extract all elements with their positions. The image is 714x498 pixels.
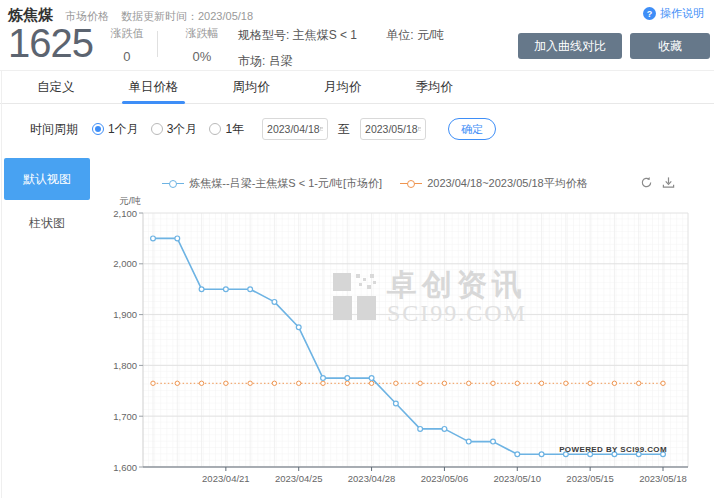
- spec-label: 规格型号: 主焦煤S < 1: [238, 28, 357, 42]
- tab-custom[interactable]: 自定义: [10, 71, 102, 103]
- svg-text:2023/04/25: 2023/04/25: [275, 473, 323, 484]
- current-price: 1625: [8, 22, 93, 64]
- tab-weekly-avg[interactable]: 周均价: [206, 71, 298, 103]
- svg-text:1,700: 1,700: [113, 411, 137, 422]
- header: 炼焦煤 市场价格 数据更新时间：2023/05/18 ? 操作说明 1625 涨…: [0, 0, 714, 68]
- radio-icon: [209, 123, 221, 135]
- sidebar-item-default-view[interactable]: 默认视图: [4, 158, 90, 200]
- period-1year-label: 1年: [225, 121, 244, 138]
- filter-row: 时间周期 1个月 3个月 1年 2023/04/18 至 2023/05/18 …: [0, 104, 714, 154]
- chart-toolbar: [640, 176, 675, 189]
- svg-text:2023/05/15: 2023/05/15: [566, 473, 614, 484]
- confirm-button[interactable]: 确定: [448, 118, 496, 140]
- tab-bar: 自定义 单日价格 周均价 月均价 季均价: [0, 70, 714, 104]
- change-pct-block: 涨跌幅 0%: [182, 26, 222, 64]
- svg-text:2023/05/10: 2023/05/10: [494, 473, 542, 484]
- period-option-3month[interactable]: 3个月: [151, 121, 198, 138]
- to-label: 至: [338, 121, 350, 138]
- radio-selected-icon: [92, 123, 104, 135]
- line-marker-icon: [162, 179, 184, 189]
- end-date-value: 2023/05/18: [365, 123, 418, 135]
- svg-text:2023/05/06: 2023/05/06: [421, 473, 469, 484]
- legend-label-price: 炼焦煤--吕梁-主焦煤S < 1-元/吨[市场价]: [189, 176, 382, 191]
- change-pct-label: 涨跌幅: [182, 26, 222, 41]
- svg-text:2,100: 2,100: [113, 208, 137, 219]
- change-value: 0: [107, 49, 147, 64]
- change-pct: 0%: [182, 49, 222, 64]
- favorite-button[interactable]: 收藏: [630, 33, 710, 59]
- svg-text:2023/04/28: 2023/04/28: [348, 473, 396, 484]
- start-date-value: 2023/04/18: [267, 123, 320, 135]
- change-value-block: 涨跌值 0: [107, 26, 147, 64]
- tab-quarterly-avg[interactable]: 季均价: [389, 71, 481, 103]
- powered-by-label: POWERED BY SCI99.COM: [559, 445, 667, 454]
- svg-text:2023/05/18: 2023/05/18: [639, 473, 687, 484]
- svg-text:1,600: 1,600: [113, 462, 137, 473]
- svg-text:1,900: 1,900: [113, 309, 137, 320]
- market-label: 市场: 吕梁: [238, 54, 293, 68]
- content-left-border: [1, 70, 2, 498]
- question-icon: ?: [643, 7, 656, 20]
- period-1month-label: 1个月: [108, 121, 139, 138]
- price-chart-panel: 炼焦煤--吕梁-主焦煤S < 1-元/吨[市场价] 2023/04/18~202…: [105, 172, 705, 498]
- svg-text:2,000: 2,000: [113, 258, 137, 269]
- svg-text:元/吨: 元/吨: [119, 195, 141, 206]
- legend-label-average: 2023/04/18~2023/05/18平均价格: [427, 176, 588, 191]
- change-value-label: 涨跌值: [107, 26, 147, 41]
- legend-item-average[interactable]: 2023/04/18~2023/05/18平均价格: [400, 176, 588, 191]
- period-label: 时间周期: [30, 121, 78, 138]
- tab-monthly-avg[interactable]: 月均价: [297, 71, 389, 103]
- end-date-input[interactable]: 2023/05/18: [360, 118, 426, 140]
- help-label: 操作说明: [660, 6, 704, 21]
- radio-icon: [151, 123, 163, 135]
- svg-text:1,800: 1,800: [113, 360, 137, 371]
- chart-legend: 炼焦煤--吕梁-主焦煤S < 1-元/吨[市场价] 2023/04/18~202…: [105, 176, 645, 191]
- refresh-icon[interactable]: [640, 176, 653, 189]
- svg-text:2023/04/21: 2023/04/21: [202, 473, 250, 484]
- sidebar-item-bar-chart[interactable]: 柱状图: [4, 212, 90, 234]
- calendar-icon: [320, 124, 323, 134]
- period-3month-label: 3个月: [167, 121, 198, 138]
- period-option-1year[interactable]: 1年: [209, 121, 244, 138]
- page: { "header": { "title": "炼焦煤", "category_…: [0, 0, 714, 498]
- start-date-input[interactable]: 2023/04/18: [262, 118, 328, 140]
- divider: [157, 31, 158, 57]
- calendar-icon: [418, 124, 421, 134]
- download-icon[interactable]: [662, 176, 675, 189]
- unit-label: 单位: 元/吨: [386, 28, 444, 42]
- add-compare-button[interactable]: 加入曲线对比: [518, 33, 622, 59]
- tab-daily-price[interactable]: 单日价格: [102, 71, 206, 103]
- period-option-1month[interactable]: 1个月: [92, 121, 139, 138]
- header-buttons: 加入曲线对比 收藏: [518, 33, 710, 59]
- line-marker-icon: [400, 179, 422, 189]
- legend-item-price-series[interactable]: 炼焦煤--吕梁-主焦煤S < 1-元/吨[市场价]: [162, 176, 382, 191]
- help-link[interactable]: ? 操作说明: [643, 6, 704, 21]
